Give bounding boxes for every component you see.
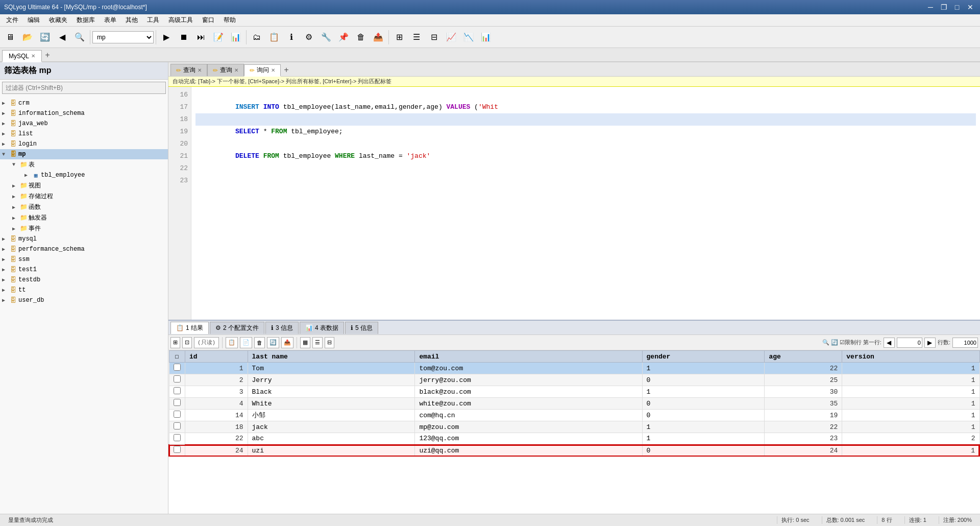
db-selector[interactable]: mp (92, 31, 154, 43)
table-row[interactable]: 3 Black black@zou.com 1 30 1 (169, 386, 979, 398)
menu-tools[interactable]: 工具 (143, 15, 163, 26)
toolbar-settings[interactable]: ⚙ (301, 29, 317, 45)
table-row-highlighted[interactable]: 24 uzi uzi@qq.com 0 24 1 (169, 445, 979, 457)
toolbar-explain[interactable]: 📊 (228, 29, 244, 45)
sidebar-item-functions[interactable]: ▶ 📁 函数 (0, 202, 168, 212)
col-header-email[interactable]: email (415, 351, 642, 363)
toolbar-grid3[interactable]: ⊟ (426, 29, 442, 45)
first-row-inc[interactable]: ▶ (924, 338, 936, 348)
toolbar-info[interactable]: ℹ (283, 29, 300, 45)
sidebar-item-mp[interactable]: ▼ 🗄 mp (0, 149, 168, 159)
sidebar-item-java-web[interactable]: ▶ 🗄 java_web (0, 118, 168, 129)
row-checkbox[interactable] (169, 445, 185, 457)
res-copy-btn[interactable]: 📋 (226, 337, 238, 348)
row-checkbox[interactable] (169, 363, 185, 374)
res-view-btn2[interactable]: ☰ (312, 337, 323, 348)
query-tab-add[interactable]: + (281, 65, 292, 76)
menu-table[interactable]: 表单 (100, 15, 120, 26)
res-export-btn[interactable]: 📤 (281, 337, 293, 348)
menu-database[interactable]: 数据库 (72, 15, 99, 26)
col-header-version[interactable]: version (842, 351, 979, 363)
toolbar-grid6[interactable]: 📊 (478, 29, 494, 45)
table-row[interactable]: 4 White white@zou.com 0 35 1 (169, 398, 979, 410)
db-tab-close[interactable]: ✕ (31, 53, 35, 59)
sidebar-item-tables-folder[interactable]: ▼ 📁 表 (0, 159, 168, 170)
query-tab-1[interactable]: ✏ 查询 ✕ (170, 64, 207, 76)
sidebar-item-testdb[interactable]: ▶ 🗄 testdb (0, 275, 168, 285)
win-minimize-btn[interactable]: ─ (925, 3, 936, 12)
sidebar-item-user-db[interactable]: ▶ 🗄 user_db (0, 295, 168, 305)
toolbar-more2[interactable]: 📌 (335, 29, 352, 45)
col-header-gender[interactable]: gender (642, 351, 765, 363)
sidebar-item-triggers[interactable]: ▶ 📁 触发器 (0, 212, 168, 223)
table-row[interactable]: 1 Tom tom@zou.com 1 22 1 (169, 363, 979, 374)
sidebar-item-procedures[interactable]: ▶ 📁 存储过程 (0, 191, 168, 202)
result-tab-4[interactable]: 📊 4 表数据 (300, 322, 344, 334)
toolbar-stop[interactable]: ⏹ (176, 29, 192, 45)
sidebar-item-mysql[interactable]: ▶ 🗄 mysql (0, 234, 168, 244)
res-btn-1[interactable]: ⊞ (170, 337, 180, 348)
db-tab-mysql[interactable]: MySQL ✕ (2, 50, 42, 62)
tab-close-2[interactable]: ✕ (234, 67, 238, 73)
win-close-btn[interactable]: ✕ (965, 3, 976, 12)
menu-help[interactable]: 帮助 (219, 15, 240, 26)
menu-other[interactable]: 其他 (121, 15, 142, 26)
res-view-btn3[interactable]: ⊟ (325, 337, 334, 348)
row-checkbox[interactable] (169, 410, 185, 421)
res-refresh-btn[interactable]: 🔄 (267, 337, 279, 348)
result-tab-2[interactable]: ⚙ 2 个配置文件 (210, 322, 264, 334)
result-tab-1[interactable]: 📋 1 结果 (170, 322, 209, 334)
toolbar-open[interactable]: 📂 (19, 29, 36, 45)
table-row[interactable]: 2 Jerry jerry@zou.com 0 25 1 (169, 374, 979, 386)
sidebar-item-events[interactable]: ▶ 📁 事件 (0, 223, 168, 234)
sidebar-item-views[interactable]: ▶ 📁 视图 (0, 180, 168, 191)
toolbar-more4[interactable]: 📤 (370, 29, 386, 45)
toolbar-data[interactable]: 📋 (266, 29, 282, 45)
col-header-age[interactable]: age (765, 351, 842, 363)
first-row-dec[interactable]: ◀ (884, 338, 895, 348)
sidebar-item-ssm[interactable]: ▶ 🗄 ssm (0, 254, 168, 265)
res-delete-btn[interactable]: 🗑 (254, 337, 265, 348)
sql-editor[interactable]: 16 17 18 19 20 21 22 23 INSERT INTO tbl_… (168, 87, 980, 320)
table-row[interactable]: 18 jack mp@zou.com 1 22 1 (169, 421, 979, 433)
menu-file[interactable]: 文件 (2, 15, 22, 26)
sidebar-item-test1[interactable]: ▶ 🗄 test1 (0, 265, 168, 275)
rows-input[interactable] (952, 338, 978, 348)
toolbar-forward[interactable]: 🔍 (71, 29, 88, 45)
toolbar-new-conn[interactable]: 🖥 (2, 29, 18, 45)
row-checkbox[interactable] (169, 398, 185, 410)
menu-advanced[interactable]: 高级工具 (164, 15, 197, 26)
col-header-lastname[interactable]: last name (248, 351, 415, 363)
sidebar-item-perf-schema[interactable]: ▶ 🗄 performance_schema (0, 244, 168, 254)
table-row[interactable]: 22 abc 123@qq.com 1 23 2 (169, 433, 979, 445)
toolbar-schema[interactable]: 🗂 (249, 29, 265, 45)
toolbar-grid1[interactable]: ⊞ (391, 29, 407, 45)
tab-close-3[interactable]: ✕ (271, 67, 275, 73)
col-header-id[interactable]: id (185, 351, 248, 363)
sql-content[interactable]: INSERT INTO tbl_employee(last_name,email… (191, 87, 980, 320)
first-row-input[interactable] (897, 338, 922, 348)
row-checkbox[interactable] (169, 386, 185, 398)
menu-favorites[interactable]: 收藏夹 (45, 15, 71, 26)
row-checkbox[interactable] (169, 421, 185, 433)
sidebar-item-crm[interactable]: ▶ 🗄 crm (0, 98, 168, 108)
sidebar-filter-input[interactable] (2, 82, 166, 94)
toolbar-grid4[interactable]: 📈 (443, 29, 459, 45)
res-paste-btn[interactable]: 📄 (240, 337, 252, 348)
tab-close-1[interactable]: ✕ (198, 67, 202, 73)
win-restore-btn[interactable]: ❐ (938, 3, 949, 12)
toolbar-grid2[interactable]: ☰ (408, 29, 425, 45)
data-grid[interactable]: ☐ id last name email gender age version (168, 350, 980, 514)
row-checkbox[interactable] (169, 374, 185, 386)
db-tab-add[interactable]: + (42, 50, 53, 61)
sidebar-item-information-schema[interactable]: ▶ 🗄 information_schema (0, 108, 168, 118)
menu-window[interactable]: 窗口 (198, 15, 218, 26)
toolbar-more1[interactable]: 🔧 (318, 29, 334, 45)
toolbar-execute-all[interactable]: ⏭ (193, 29, 209, 45)
sidebar-item-list[interactable]: ▶ 🗄 list (0, 129, 168, 139)
table-row[interactable]: 14 小邹 com@hq.cn 0 19 1 (169, 410, 979, 421)
sidebar-item-tbl-employee[interactable]: ▶ ▦ tbl_employee (0, 170, 168, 180)
toolbar-refresh[interactable]: 🔄 (37, 29, 53, 45)
sidebar-item-login[interactable]: ▶ 🗄 login (0, 139, 168, 149)
toolbar-grid5[interactable]: 📉 (460, 29, 477, 45)
